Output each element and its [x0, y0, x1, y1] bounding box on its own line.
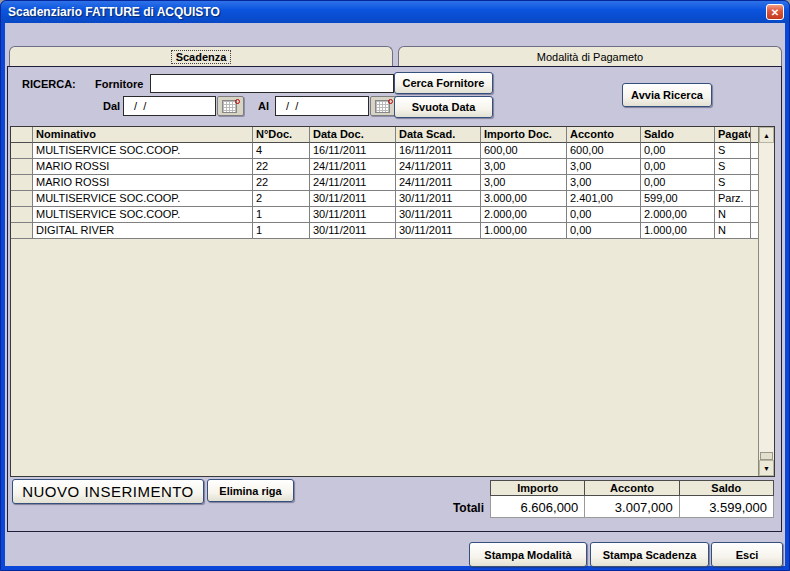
row-selector[interactable] — [11, 159, 33, 175]
row-selector[interactable] — [11, 191, 33, 207]
cell-saldo[interactable]: 0,00 — [641, 143, 715, 159]
cell-ndoc[interactable]: 1 — [253, 223, 310, 239]
cell-acconto[interactable]: 0,00 — [567, 207, 641, 223]
cell-data-doc[interactable]: 30/11/2011 — [310, 223, 396, 239]
cell-data-scad[interactable]: 30/11/2011 — [396, 207, 481, 223]
row-selector[interactable] — [11, 207, 33, 223]
cell-pagato[interactable]: N — [715, 207, 751, 223]
cell-pagato[interactable]: S — [715, 175, 751, 191]
cell-data-doc[interactable]: 30/11/2011 — [310, 207, 396, 223]
ricerca-label: RICERCA: — [22, 78, 76, 90]
fornitore-input[interactable] — [150, 74, 394, 93]
totals-table: Importo Acconto Saldo 6.606,000 3.007,00… — [490, 480, 774, 518]
row-selector[interactable] — [11, 143, 33, 159]
client-area: Scadenza Modalità di Pagameto RICERCA: F… — [5, 23, 785, 566]
cell-data-scad[interactable]: 24/11/2011 — [396, 159, 481, 175]
cell-data-doc[interactable]: 24/11/2011 — [310, 159, 396, 175]
totals-values-row: 6.606,000 3.007,000 3.599,000 — [490, 496, 774, 518]
cell-importo[interactable]: 2.000,00 — [481, 207, 567, 223]
cell-data-doc[interactable]: 30/11/2011 — [310, 191, 396, 207]
app-window: Scadenziario FATTURE di ACQUISTO ✕ Scade… — [0, 0, 790, 571]
tab-scadenza[interactable]: Scadenza — [9, 46, 393, 67]
totals-col-saldo: Saldo — [679, 480, 774, 496]
table-row[interactable]: MULTISERVICE SOC.COOP. 4 16/11/2011 16/1… — [11, 143, 758, 159]
al-label: Al — [258, 100, 269, 112]
cell-nominativo[interactable]: MULTISERVICE SOC.COOP. — [33, 207, 253, 223]
cell-data-scad[interactable]: 30/11/2011 — [396, 191, 481, 207]
col-importo-doc[interactable]: Importo Doc. — [481, 127, 567, 143]
table-row[interactable]: MARIO ROSSI 22 24/11/2011 24/11/2011 3,0… — [11, 159, 758, 175]
al-calendar-button[interactable] — [370, 96, 397, 116]
cell-pagato[interactable]: S — [715, 159, 751, 175]
col-ndoc[interactable]: N°Doc. — [253, 127, 310, 143]
al-date-input[interactable] — [275, 96, 369, 116]
cell-nominativo[interactable]: MARIO ROSSI — [33, 175, 253, 191]
stampa-scadenza-button[interactable]: Stampa Scadenza — [590, 542, 709, 567]
cell-importo[interactable]: 3,00 — [481, 175, 567, 191]
totali-label: Totali — [404, 501, 484, 515]
cell-saldo[interactable]: 599,00 — [641, 191, 715, 207]
nuovo-inserimento-button[interactable]: NUOVO INSERIMENTO — [12, 479, 204, 504]
dal-calendar-button[interactable] — [217, 96, 244, 116]
esci-button[interactable]: Esci — [711, 542, 783, 567]
cell-nominativo[interactable]: DIGITAL RIVER — [33, 223, 253, 239]
cell-data-doc[interactable]: 16/11/2011 — [310, 143, 396, 159]
cell-acconto[interactable]: 2.401,00 — [567, 191, 641, 207]
cell-importo[interactable]: 1.000,00 — [481, 223, 567, 239]
col-nominativo[interactable]: Nominativo — [33, 127, 253, 143]
cell-filler — [751, 143, 758, 159]
cell-acconto[interactable]: 600,00 — [567, 143, 641, 159]
cell-ndoc[interactable]: 22 — [253, 159, 310, 175]
cell-importo[interactable]: 3,00 — [481, 159, 567, 175]
cell-saldo[interactable]: 1.000,00 — [641, 223, 715, 239]
scroll-down-button[interactable]: ▼ — [759, 460, 774, 476]
table-row[interactable]: MULTISERVICE SOC.COOP. 1 30/11/2011 30/1… — [11, 207, 758, 223]
scrollbar-track[interactable] — [759, 143, 774, 460]
cell-importo[interactable]: 3.000,00 — [481, 191, 567, 207]
cell-ndoc[interactable]: 1 — [253, 207, 310, 223]
elimina-riga-button[interactable]: Elimina riga — [207, 479, 294, 502]
cell-acconto[interactable]: 3,00 — [567, 175, 641, 191]
col-acconto[interactable]: Acconto — [567, 127, 641, 143]
cell-nominativo[interactable]: MULTISERVICE SOC.COOP. — [33, 143, 253, 159]
col-pagato[interactable]: Pagato — [715, 127, 751, 143]
title-bar[interactable]: Scadenziario FATTURE di ACQUISTO ✕ — [1, 1, 789, 23]
cell-acconto[interactable]: 0,00 — [567, 223, 641, 239]
cell-ndoc[interactable]: 22 — [253, 175, 310, 191]
cell-pagato[interactable]: Parz. — [715, 191, 751, 207]
cell-saldo[interactable]: 0,00 — [641, 175, 715, 191]
col-data-scad[interactable]: Data Scad. — [396, 127, 481, 143]
dal-date-input[interactable] — [123, 96, 216, 116]
tab-modalita-di-pagamento[interactable]: Modalità di Pagameto — [398, 46, 782, 67]
row-selector[interactable] — [11, 223, 33, 239]
cell-nominativo[interactable]: MARIO ROSSI — [33, 159, 253, 175]
scroll-up-button[interactable]: ▲ — [759, 127, 774, 143]
col-saldo[interactable]: Saldo — [641, 127, 715, 143]
cell-data-scad[interactable]: 30/11/2011 — [396, 223, 481, 239]
cell-data-scad[interactable]: 16/11/2011 — [396, 143, 481, 159]
cell-saldo[interactable]: 2.000,00 — [641, 207, 715, 223]
cell-importo[interactable]: 600,00 — [481, 143, 567, 159]
cell-data-doc[interactable]: 24/11/2011 — [310, 175, 396, 191]
col-data-doc[interactable]: Data Doc. — [310, 127, 396, 143]
row-selector[interactable] — [11, 175, 33, 191]
cerca-fornitore-button[interactable]: Cerca Fornitore — [394, 72, 493, 94]
svuota-data-button[interactable]: Svuota Data — [394, 96, 493, 118]
stampa-modalita-button[interactable]: Stampa Modalità — [469, 542, 587, 567]
scrollbar-thumb[interactable] — [760, 452, 773, 460]
cell-acconto[interactable]: 3,00 — [567, 159, 641, 175]
avvia-ricerca-button[interactable]: Avvia Ricerca — [622, 83, 712, 107]
cell-pagato[interactable]: N — [715, 223, 751, 239]
cell-ndoc[interactable]: 4 — [253, 143, 310, 159]
close-button[interactable]: ✕ — [766, 4, 784, 20]
table-row[interactable]: MARIO ROSSI 22 24/11/2011 24/11/2011 3,0… — [11, 175, 758, 191]
close-icon: ✕ — [771, 7, 779, 18]
cell-pagato[interactable]: S — [715, 143, 751, 159]
vertical-scrollbar[interactable]: ▲ ▼ — [758, 127, 774, 476]
cell-nominativo[interactable]: MULTISERVICE SOC.COOP. — [33, 191, 253, 207]
table-row[interactable]: MULTISERVICE SOC.COOP. 2 30/11/2011 30/1… — [11, 191, 758, 207]
cell-saldo[interactable]: 0,00 — [641, 159, 715, 175]
table-row[interactable]: DIGITAL RIVER 1 30/11/2011 30/11/2011 1.… — [11, 223, 758, 239]
cell-ndoc[interactable]: 2 — [253, 191, 310, 207]
cell-data-scad[interactable]: 24/11/2011 — [396, 175, 481, 191]
